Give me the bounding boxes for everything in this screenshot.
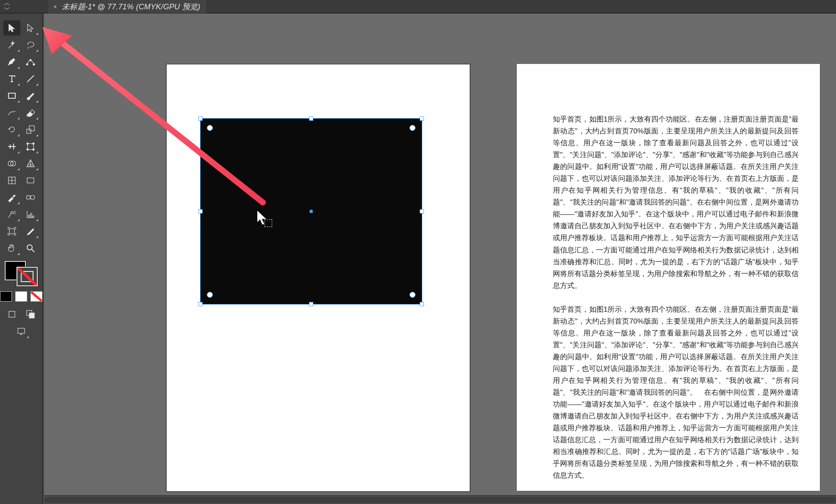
horizontal-scrollbar[interactable] xyxy=(44,495,836,504)
bbox-handle-n[interactable] xyxy=(309,116,313,121)
paragraph-1: 知乎首页，如图1所示，大致有四个功能区。在左侧，注册页面注册页面是"最新动态"，… xyxy=(553,114,799,292)
width-tool[interactable] xyxy=(3,139,20,154)
pen-tool[interactable] xyxy=(3,54,20,69)
symbol-sprayer-tool[interactable] xyxy=(3,207,20,222)
color-none-swatch[interactable] xyxy=(31,291,42,302)
svg-line-25 xyxy=(55,37,263,202)
mesh-tool[interactable] xyxy=(3,173,20,188)
corner-radius-widget-sw[interactable] xyxy=(207,292,213,298)
slice-tool[interactable] xyxy=(22,224,39,239)
artboard-tool[interactable] xyxy=(3,224,20,239)
rotate-tool[interactable] xyxy=(3,122,20,137)
scrollbar-track[interactable] xyxy=(44,497,836,503)
bbox-handle-e[interactable] xyxy=(420,209,424,213)
eyedropper-tool[interactable] xyxy=(3,190,20,205)
svg-rect-21 xyxy=(9,311,15,317)
bbox-handle-sw[interactable] xyxy=(198,302,203,306)
color-gradient-swatch[interactable] xyxy=(15,291,27,302)
corner-radius-widget-ne[interactable] xyxy=(410,125,415,131)
corner-radius-widget-se[interactable] xyxy=(410,292,415,298)
document-tab-bar: × 未标题-1* @ 77.71% (CMYK/GPU 预览) xyxy=(0,0,836,14)
color-solid-swatch[interactable] xyxy=(0,291,12,302)
type-tool[interactable] xyxy=(3,71,20,86)
svg-line-20 xyxy=(32,249,34,252)
svg-rect-24 xyxy=(18,328,25,333)
svg-rect-4 xyxy=(8,93,15,98)
magic-wand-tool[interactable] xyxy=(3,37,20,53)
paragraph-2: 知乎首页，如图1所示，大致有四个功能区。在左侧，注册页面注册页面是"最新动态"，… xyxy=(553,304,799,482)
bbox-handle-s[interactable] xyxy=(309,302,313,306)
svg-point-19 xyxy=(27,245,32,250)
bbox-handle-se[interactable] xyxy=(420,302,424,306)
svg-rect-18 xyxy=(9,229,14,234)
screen-mode[interactable] xyxy=(13,324,30,339)
selection-tool[interactable] xyxy=(3,20,20,36)
canvas-workspace[interactable]: 知乎首页，如图1所示，大致有四个功能区。在左侧，注册页面注册页面是"最新动态"，… xyxy=(44,14,836,504)
annotation-arrow xyxy=(25,20,297,221)
svg-rect-23 xyxy=(29,313,34,318)
stroke-color-swatch[interactable] xyxy=(17,267,38,286)
fill-stroke-swatches[interactable] xyxy=(3,261,39,286)
document-tab[interactable]: × 未标题-1* @ 77.71% (CMYK/GPU 预览) xyxy=(48,0,206,13)
zoom-tool[interactable] xyxy=(22,241,39,256)
hand-tool[interactable] xyxy=(3,241,20,256)
document-title: 未标题-1* @ 77.71% (CMYK/GPU 预览) xyxy=(62,2,200,12)
bbox-handle-ne[interactable] xyxy=(420,116,424,121)
bbox-center-point[interactable] xyxy=(309,210,313,213)
rectangle-tool[interactable] xyxy=(3,88,20,103)
draw-behind-mode[interactable] xyxy=(22,307,39,322)
shaper-tool[interactable] xyxy=(3,105,20,120)
shape-builder-tool[interactable] xyxy=(3,156,20,171)
draw-normal-mode[interactable] xyxy=(3,307,20,322)
collapse-panels-icon[interactable] xyxy=(3,3,10,10)
color-mode-swatches xyxy=(0,290,42,303)
close-tab-icon[interactable]: × xyxy=(53,3,57,10)
text-frame[interactable]: 知乎首页，如图1所示，大致有四个功能区。在左侧，注册页面注册页面是"最新动态"，… xyxy=(553,114,799,493)
